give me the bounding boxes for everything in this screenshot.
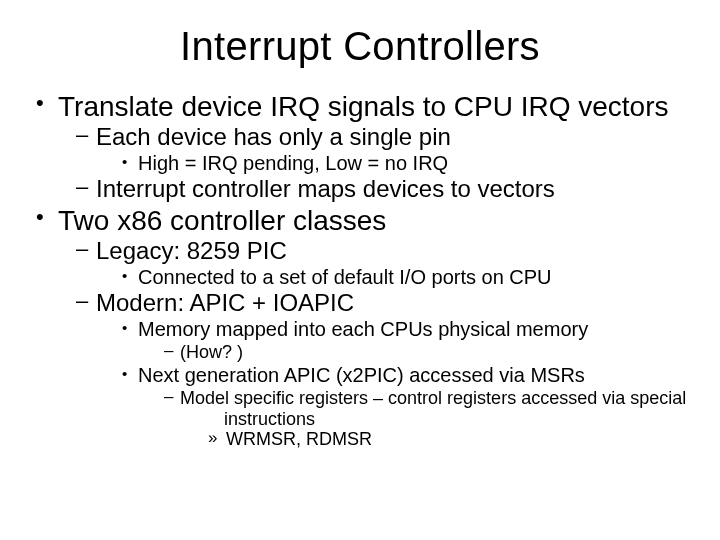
bullet-text: Two x86 controller classes <box>58 205 386 236</box>
bullet-text: Connected to a set of default I/O ports … <box>138 266 552 288</box>
bullet-l3: High = IRQ pending, Low = no IRQ <box>118 152 696 175</box>
bullet-l2: Each device has only a single pin High =… <box>72 124 696 175</box>
bullet-text: Legacy: 8259 PIC <box>96 237 287 264</box>
bullet-l1: Translate device IRQ signals to CPU IRQ … <box>30 91 696 203</box>
bullet-text: Model specific registers – control regis… <box>180 388 686 408</box>
bullet-text: Memory mapped into each CPUs physical me… <box>138 318 588 340</box>
bullet-l4: (How? ) <box>160 342 696 363</box>
bullet-l5: WRMSR, RDMSR <box>206 429 696 450</box>
bullet-text: WRMSR, RDMSR <box>226 429 372 449</box>
bullet-text: Each device has only a single pin <box>96 123 451 150</box>
bullet-l2: Interrupt controller maps devices to vec… <box>72 176 696 203</box>
bullet-text: High = IRQ pending, Low = no IRQ <box>138 152 448 174</box>
bullet-l3: Memory mapped into each CPUs physical me… <box>118 318 696 363</box>
bullet-text: Next generation APIC (x2PIC) accessed vi… <box>138 364 585 386</box>
slide-title: Interrupt Controllers <box>24 24 696 69</box>
slide: Interrupt Controllers Translate device I… <box>0 0 720 540</box>
bullet-l2: Modern: APIC + IOAPIC Memory mapped into… <box>72 290 696 450</box>
bullet-l3: Connected to a set of default I/O ports … <box>118 266 696 289</box>
bullet-l2: Legacy: 8259 PIC Connected to a set of d… <box>72 238 696 289</box>
bullet-l1: Two x86 controller classes Legacy: 8259 … <box>30 205 696 450</box>
bullet-text: Interrupt controller maps devices to vec… <box>96 175 555 202</box>
bullet-text: (How? ) <box>180 342 243 362</box>
bullet-l4: Model specific registers – control regis… <box>160 388 696 450</box>
bullet-text-cont: instructions <box>180 409 696 430</box>
bullet-text: Translate device IRQ signals to CPU IRQ … <box>58 91 669 122</box>
bullet-text: Modern: APIC + IOAPIC <box>96 289 354 316</box>
bullet-l3: Next generation APIC (x2PIC) accessed vi… <box>118 364 696 450</box>
bullet-list: Translate device IRQ signals to CPU IRQ … <box>30 91 696 450</box>
